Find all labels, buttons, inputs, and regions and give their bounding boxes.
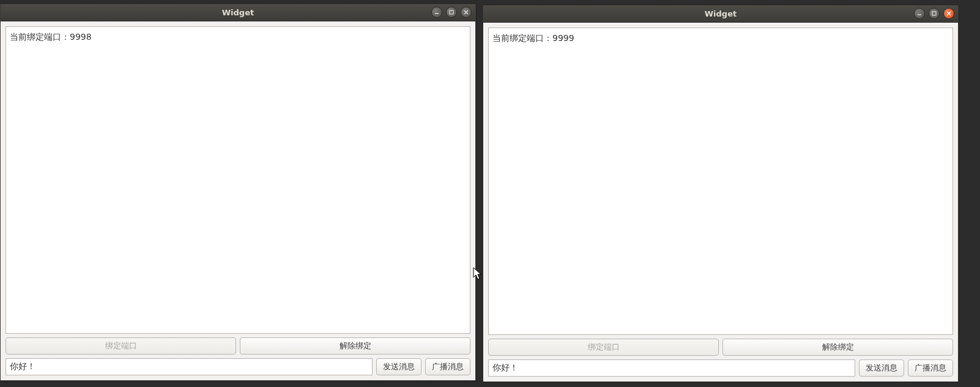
send-message-button[interactable]: 发送消息 (376, 358, 421, 375)
maximize-icon[interactable] (929, 8, 940, 19)
close-icon[interactable] (461, 7, 472, 18)
body-panel-right: 当前绑定端口：9999 绑定端口 解除绑定 发送消息 广播消息 (483, 23, 958, 381)
broadcast-message-button[interactable]: 广播消息 (425, 358, 470, 375)
titlebar-left[interactable]: Widget (1, 4, 475, 21)
unbind-port-button[interactable]: 解除绑定 (722, 339, 953, 356)
window-controls-left (431, 7, 472, 18)
window-title: Widget (222, 8, 254, 17)
bind-row: 绑定端口 解除绑定 (488, 339, 953, 356)
send-row: 发送消息 广播消息 (6, 358, 470, 375)
window-title: Widget (705, 9, 737, 18)
desktop: Widget 当前绑定端口：9998 绑定端口 解除绑定 (0, 0, 980, 387)
window-left: Widget 当前绑定端口：9998 绑定端口 解除绑定 (0, 4, 476, 381)
port-status-line: 当前绑定端口：9998 (10, 32, 92, 42)
broadcast-message-button[interactable]: 广播消息 (908, 359, 953, 377)
log-textarea[interactable]: 当前绑定端口：9999 (488, 28, 953, 335)
send-message-button[interactable]: 发送消息 (859, 359, 904, 377)
body-panel-left: 当前绑定端口：9998 绑定端口 解除绑定 发送消息 广播消息 (1, 21, 475, 380)
window-right: Widget 当前绑定端口：9999 绑定端口 解除绑定 (483, 5, 959, 382)
bind-port-button: 绑定端口 (488, 339, 719, 356)
maximize-icon[interactable] (446, 7, 457, 18)
message-input[interactable] (488, 359, 855, 377)
close-icon[interactable] (943, 8, 954, 19)
minimize-icon[interactable] (914, 8, 925, 19)
titlebar-right[interactable]: Widget (483, 6, 958, 23)
message-input[interactable] (6, 358, 373, 375)
log-textarea[interactable]: 当前绑定端口：9998 (6, 26, 470, 334)
svg-rect-5 (932, 12, 936, 15)
send-row: 发送消息 广播消息 (488, 359, 953, 377)
bind-port-button: 绑定端口 (6, 337, 236, 355)
unbind-port-button[interactable]: 解除绑定 (240, 337, 470, 355)
minimize-icon[interactable] (431, 7, 442, 18)
window-controls-right (914, 8, 954, 19)
port-status-line: 当前绑定端口：9999 (492, 33, 574, 43)
bind-row: 绑定端口 解除绑定 (6, 337, 470, 355)
svg-rect-1 (450, 10, 453, 14)
